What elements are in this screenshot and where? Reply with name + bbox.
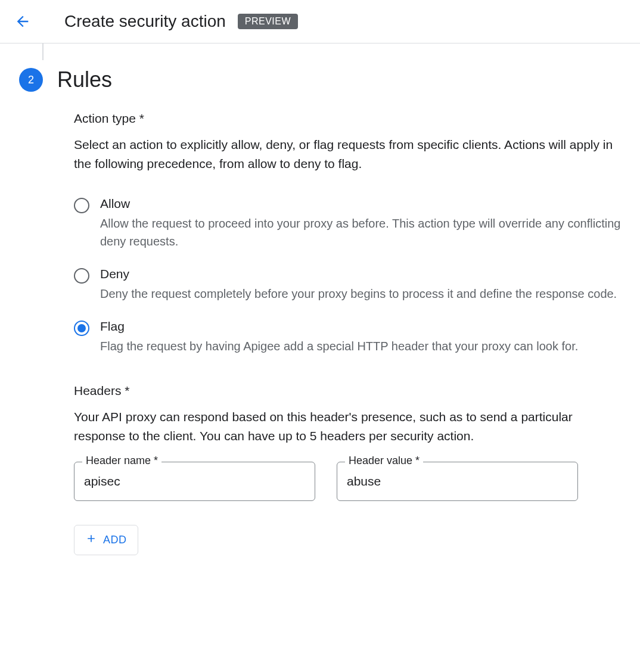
step-body: Action type * Select an action to explic… [74, 111, 626, 555]
preview-badge: PREVIEW [238, 14, 298, 29]
action-type-label: Action type * [74, 111, 626, 126]
back-arrow-icon[interactable] [14, 13, 31, 30]
header-value-input[interactable] [337, 462, 578, 501]
headers-label: Headers * [74, 384, 626, 398]
header-name-wrapper: Header name * [74, 462, 315, 501]
radio-label-allow: Allow [100, 197, 626, 211]
radio-option-allow[interactable]: Allow Allow the request to proceed into … [74, 197, 626, 250]
header-value-wrapper: Header value * [337, 462, 578, 501]
radio-label-flag: Flag [100, 319, 626, 334]
header-value-label: Header value * [345, 455, 423, 467]
radio-label-deny: Deny [100, 267, 626, 281]
step-number-badge: 2 [19, 68, 43, 92]
radio-icon [74, 198, 89, 213]
add-button-label: ADD [103, 534, 127, 546]
plus-icon [85, 533, 97, 547]
radio-description-flag: Flag the request by having Apigee add a … [100, 337, 626, 355]
header-name-input[interactable] [74, 462, 315, 501]
add-header-button[interactable]: ADD [74, 525, 138, 555]
step-connector-line [42, 43, 44, 60]
radio-description-allow: Allow the request to proceed into your p… [100, 214, 626, 250]
radio-icon [74, 268, 89, 284]
action-type-radio-group: Allow Allow the request to proceed into … [74, 197, 626, 355]
radio-option-flag[interactable]: Flag Flag the request by having Apigee a… [74, 319, 626, 355]
page-header: Create security action PREVIEW [0, 0, 640, 43]
headers-section: Headers * Your API proxy can respond bas… [74, 384, 626, 555]
content: 2 Rules Action type * Select an action t… [0, 43, 640, 579]
radio-description-deny: Deny the request completely before your … [100, 285, 626, 303]
header-name-label: Header name * [82, 455, 161, 467]
page-title: Create security action [64, 12, 226, 31]
header-input-row: Header name * Header value * [74, 462, 626, 501]
radio-icon [74, 321, 89, 336]
radio-option-deny[interactable]: Deny Deny the request completely before … [74, 267, 626, 303]
step-header: 2 Rules [14, 67, 626, 92]
action-type-description: Select an action to explicitly allow, de… [74, 135, 626, 173]
headers-description: Your API proxy can respond based on this… [74, 407, 626, 445]
step-title: Rules [57, 67, 112, 92]
